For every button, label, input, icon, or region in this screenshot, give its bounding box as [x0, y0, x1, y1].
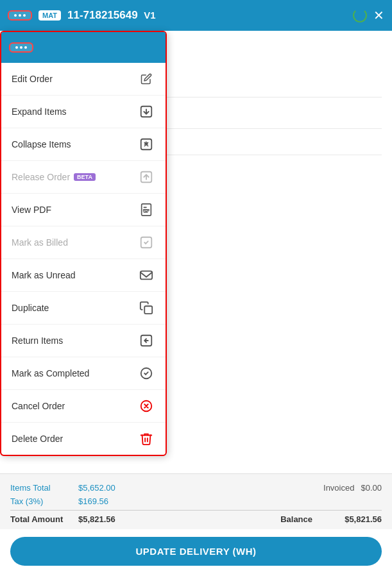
mark-as-billed-icon — [137, 233, 155, 251]
view-pdf-label: View PDF — [12, 205, 51, 215]
total-value: $5,821.56 — [78, 514, 115, 524]
update-delivery-button[interactable]: UPDATE DELIVERY (WH) — [10, 537, 382, 566]
beta-badge: BETA — [74, 173, 96, 181]
edit-order-icon — [137, 70, 155, 88]
dot2 — [19, 14, 21, 17]
close-button[interactable]: ✕ — [373, 8, 384, 23]
collapse-items-label: Collapse Items — [12, 139, 71, 149]
invoiced-value: $0.00 — [361, 483, 382, 493]
main-content: [1] Grace Project Supply | Grace Tuckers… — [0, 31, 392, 473]
view-pdf-icon: PDF — [137, 201, 155, 219]
expand-items-icon — [137, 103, 155, 121]
collapse-items-icon: ✱ — [137, 135, 155, 153]
delete-order-label: Delete Order — [12, 434, 63, 444]
svg-rect-8 — [144, 306, 152, 314]
mark-as-unread-label: Mark as Unread — [12, 270, 76, 280]
menu-button[interactable] — [8, 10, 32, 21]
svg-text:PDF: PDF — [143, 208, 151, 212]
items-total-row: Items Total $5,652.00 Invoiced $0.00 — [10, 483, 382, 493]
delete-order-icon — [137, 430, 155, 448]
menu-item-release-order[interactable]: Release Order BETA — [1, 161, 166, 194]
mat-badge: MAT — [38, 10, 61, 21]
tax-value: $169.56 — [78, 496, 108, 506]
menu-item-cancel-order[interactable]: Cancel Order — [1, 390, 166, 423]
tax-row: Tax (3%) $169.56 — [10, 496, 382, 506]
invoiced-label: Invoiced — [323, 483, 354, 493]
cancel-order-icon — [137, 397, 155, 415]
release-order-label: Release Order — [12, 172, 70, 182]
svg-rect-7 — [141, 271, 152, 280]
mark-as-billed-label: Mark as Billed — [12, 237, 68, 248]
return-items-icon — [137, 332, 155, 350]
summary-divider — [10, 510, 382, 511]
menu-item-expand-items[interactable]: Expand Items — [1, 96, 166, 128]
dot1 — [14, 14, 17, 17]
edit-order-label: Edit Order — [12, 74, 53, 84]
items-total-label: Items Total — [10, 483, 68, 493]
menu-item-view-pdf[interactable]: View PDF PDF — [1, 194, 166, 226]
dropdown-menu: Edit Order Expand Items — [0, 31, 167, 456]
invoiced-group: Invoiced $0.00 — [323, 483, 382, 493]
balance-value: $5,821.56 — [345, 514, 382, 524]
release-order-icon — [137, 168, 155, 186]
modal-container: MAT 11-718215649 V1 ✕ [1] Grace Project … — [0, 0, 392, 576]
mark-as-completed-icon — [137, 364, 155, 382]
summary-area: Items Total $5,652.00 Invoiced $0.00 Tax… — [0, 473, 392, 529]
menu-item-mark-as-billed[interactable]: Mark as Billed — [1, 226, 166, 259]
dot3 — [23, 14, 26, 17]
balance-label: Balance — [280, 514, 338, 524]
menu-item-mark-as-completed[interactable]: Mark as Completed — [1, 357, 166, 390]
mark-as-unread-icon — [137, 266, 155, 284]
balance-group: Balance $5,821.56 — [280, 514, 382, 524]
menu-item-duplicate[interactable]: Duplicate — [1, 292, 166, 325]
refresh-icon[interactable] — [353, 8, 367, 22]
mark-as-completed-label: Mark as Completed — [12, 368, 89, 378]
menu-item-collapse-items[interactable]: Collapse Items ✱ — [1, 128, 166, 161]
menu-item-return-items[interactable]: Return Items — [1, 325, 166, 357]
duplicate-label: Duplicate — [12, 303, 49, 313]
menu-item-edit-order[interactable]: Edit Order — [1, 63, 166, 96]
main-header: MAT 11-718215649 V1 ✕ — [0, 0, 392, 31]
menu-item-mark-as-unread[interactable]: Mark as Unread — [1, 259, 166, 292]
menu-item-delete-order[interactable]: Delete Order — [1, 423, 166, 455]
duplicate-icon — [137, 299, 155, 317]
dropdown-menu-button[interactable] — [9, 42, 33, 53]
svg-text:✱: ✱ — [144, 140, 149, 147]
cancel-order-label: Cancel Order — [12, 401, 65, 411]
tax-label: Tax (3%) — [10, 496, 68, 506]
items-total-value: $5,652.00 — [78, 483, 115, 493]
expand-items-label: Expand Items — [12, 106, 67, 117]
total-row: Total Amount $5,821.56 Balance $5,821.56 — [10, 514, 382, 524]
total-label: Total Amount — [10, 514, 68, 524]
dropdown-header — [1, 32, 166, 63]
return-items-label: Return Items — [12, 335, 63, 346]
order-number: 11-718215649 V1 — [67, 9, 346, 22]
